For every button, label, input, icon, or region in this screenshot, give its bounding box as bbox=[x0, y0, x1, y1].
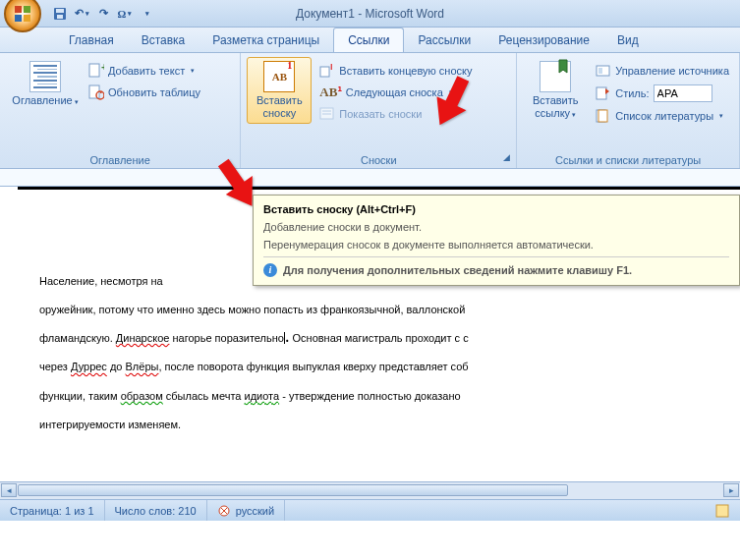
scroll-thumb[interactable] bbox=[18, 484, 568, 496]
office-button[interactable] bbox=[4, 0, 41, 32]
svg-rect-1 bbox=[24, 6, 30, 13]
svg-rect-16 bbox=[597, 66, 609, 76]
manage-sources-button[interactable]: Управление источника bbox=[592, 61, 733, 81]
statusbar: Страница: 1 из 1 Число слов: 210 русский bbox=[0, 499, 740, 521]
group-citations: Вставить ссылку▾ Управление источника Ст… bbox=[517, 53, 740, 168]
add-text-icon: + bbox=[88, 63, 104, 79]
document-text: Население, несмотря на оружейник, потому… bbox=[39, 265, 722, 437]
group-footnotes: AB Вставить сноску i Вставить концевую с… bbox=[241, 53, 517, 168]
svg-rect-7 bbox=[89, 64, 99, 77]
print-layout-icon bbox=[714, 504, 730, 518]
ribbon: Оглавление▾ + Добавить текст▾ Обновить т… bbox=[0, 53, 740, 169]
status-language[interactable]: русский bbox=[207, 500, 285, 521]
insert-footnote-button[interactable]: AB Вставить сноску bbox=[247, 57, 312, 124]
insert-footnote-label: Вставить сноску bbox=[249, 94, 310, 119]
tab-review[interactable]: Рецензирование bbox=[484, 28, 603, 52]
tooltip-desc2: Перенумерация сносок в документе выполня… bbox=[263, 239, 729, 251]
redo-icon[interactable]: ↷ bbox=[94, 5, 112, 23]
info-icon: i bbox=[263, 263, 277, 277]
svg-rect-3 bbox=[24, 15, 30, 22]
bibliography-icon bbox=[596, 108, 611, 124]
add-text-button[interactable]: + Добавить текст▾ bbox=[85, 61, 204, 81]
show-notes-icon bbox=[319, 106, 335, 122]
add-text-label: Добавить текст bbox=[108, 65, 185, 77]
tab-view[interactable]: Вид bbox=[603, 28, 653, 52]
toc-icon bbox=[29, 61, 61, 92]
qat-customize[interactable]: ▾ bbox=[138, 5, 155, 23]
view-buttons[interactable] bbox=[705, 500, 740, 521]
omega-icon[interactable]: Ω▾ bbox=[116, 5, 134, 23]
svg-rect-11 bbox=[320, 67, 329, 77]
group-citations-label: Ссылки и списки литературы bbox=[517, 154, 739, 166]
tab-insert[interactable]: Вставка bbox=[128, 28, 199, 52]
style-select[interactable] bbox=[654, 84, 712, 102]
status-page[interactable]: Страница: 1 из 1 bbox=[0, 500, 105, 521]
update-toc-button[interactable]: Обновить таблицу bbox=[85, 83, 204, 102]
manage-sources-icon bbox=[596, 63, 611, 79]
svg-rect-22 bbox=[716, 505, 728, 517]
citation-style[interactable]: Стиль: bbox=[592, 83, 733, 104]
svg-rect-17 bbox=[598, 68, 602, 74]
svg-rect-2 bbox=[15, 15, 22, 22]
next-footnote-icon: AB1 bbox=[319, 84, 342, 100]
arrow-annotation-2 bbox=[407, 65, 476, 145]
footnote-icon: AB bbox=[263, 61, 295, 92]
toc-button[interactable]: Оглавление▾ bbox=[6, 57, 85, 109]
titlebar: ↶▾ ↷ Ω▾ ▾ Документ1 - Microsoft Word bbox=[0, 0, 740, 28]
tab-home[interactable]: Главная bbox=[55, 28, 128, 52]
manage-sources-label: Управление источника bbox=[615, 65, 729, 77]
citation-icon bbox=[540, 61, 571, 92]
update-toc-label: Обновить таблицу bbox=[108, 86, 200, 98]
undo-icon[interactable]: ↶▾ bbox=[73, 5, 90, 23]
svg-marker-24 bbox=[427, 72, 476, 133]
tooltip-f1: i Для получения дополнительных сведений … bbox=[263, 256, 729, 277]
scroll-right-arrow[interactable]: ▸ bbox=[723, 483, 739, 497]
ruler[interactable] bbox=[0, 169, 740, 187]
window-title: Документ1 - Microsoft Word bbox=[296, 7, 444, 21]
update-icon bbox=[88, 84, 104, 100]
tab-layout[interactable]: Разметка страницы bbox=[199, 28, 333, 52]
scroll-left-arrow[interactable]: ◂ bbox=[1, 483, 17, 497]
svg-rect-5 bbox=[56, 9, 64, 13]
status-words[interactable]: Число слов: 210 bbox=[105, 500, 207, 521]
insert-citation-button[interactable]: Вставить ссылку▾ bbox=[523, 57, 588, 126]
tooltip-desc1: Добавление сноски в документ. bbox=[263, 221, 729, 233]
footnotes-dialog-launcher[interactable]: ◢ bbox=[500, 152, 513, 165]
svg-rect-20 bbox=[598, 110, 607, 122]
language-icon bbox=[217, 504, 231, 518]
arrow-annotation-1 bbox=[187, 138, 256, 218]
save-icon[interactable] bbox=[51, 5, 69, 23]
tooltip-title: Вставить сноску (Alt+Ctrl+F) bbox=[263, 203, 729, 215]
bibliography-button[interactable]: Список литературы▾ bbox=[592, 106, 733, 126]
svg-text:+: + bbox=[101, 63, 104, 73]
bibliography-label: Список литературы bbox=[615, 110, 713, 122]
tooltip: Вставить сноску (Alt+Ctrl+F) Добавление … bbox=[253, 195, 740, 286]
svg-marker-23 bbox=[210, 153, 256, 214]
svg-rect-0 bbox=[15, 6, 22, 13]
ribbon-tabs: Главная Вставка Разметка страницы Ссылки… bbox=[0, 28, 740, 53]
group-footnotes-label: Сноски bbox=[241, 154, 516, 166]
tab-mailings[interactable]: Рассылки bbox=[404, 28, 484, 52]
toc-label: Оглавление bbox=[12, 94, 72, 106]
horizontal-scrollbar[interactable]: ◂ ▸ bbox=[0, 481, 740, 499]
svg-rect-18 bbox=[597, 87, 606, 99]
style-label: Стиль: bbox=[615, 87, 649, 99]
style-icon bbox=[596, 85, 611, 101]
tab-references[interactable]: Ссылки bbox=[333, 28, 404, 52]
endnote-icon: i bbox=[319, 63, 335, 79]
svg-rect-6 bbox=[57, 15, 63, 19]
quick-access-toolbar: ↶▾ ↷ Ω▾ ▾ bbox=[51, 5, 155, 23]
svg-text:i: i bbox=[330, 63, 332, 72]
